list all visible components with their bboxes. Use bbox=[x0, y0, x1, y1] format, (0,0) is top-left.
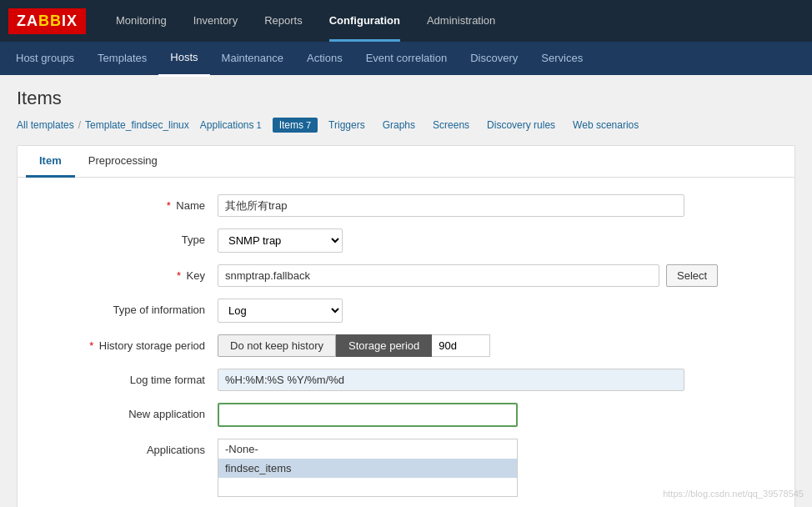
page-title: Items bbox=[17, 88, 795, 109]
subnav-actions[interactable]: Actions bbox=[295, 42, 354, 75]
storage-period-button[interactable]: Storage period bbox=[336, 334, 432, 357]
subnav-hosts[interactable]: Hosts bbox=[158, 41, 209, 77]
do-not-keep-history-button[interactable]: Do not keep history bbox=[218, 334, 336, 357]
subnav-services[interactable]: Services bbox=[529, 42, 594, 75]
nav-reports[interactable]: Reports bbox=[251, 0, 316, 42]
breadcrumb-tab-triggers[interactable]: Triggers bbox=[322, 118, 372, 133]
page-content: Items All templates / Template_findsec_l… bbox=[0, 75, 812, 507]
form-body: * Name Type SNMP trap bbox=[18, 178, 794, 507]
watermark: https://blog.csdn.net/qq_39578545 bbox=[663, 489, 804, 499]
key-input[interactable] bbox=[218, 264, 659, 287]
subnav-hostgroups[interactable]: Host groups bbox=[4, 42, 86, 75]
newapp-label: New application bbox=[43, 403, 218, 420]
name-input[interactable] bbox=[218, 194, 684, 217]
applications-label: Applications bbox=[43, 439, 218, 456]
form-card: Item Preprocessing * Name Type bbox=[17, 145, 795, 507]
sub-navigation: Host groups Templates Hosts Maintenance … bbox=[0, 42, 812, 75]
nav-monitoring[interactable]: Monitoring bbox=[103, 0, 180, 42]
top-nav-items: Monitoring Inventory Reports Configurati… bbox=[103, 0, 509, 42]
storage-value-input[interactable] bbox=[432, 334, 490, 357]
key-field: Select bbox=[218, 264, 769, 287]
breadcrumb-tab-graphs[interactable]: Graphs bbox=[376, 118, 422, 133]
select-button[interactable]: Select bbox=[666, 264, 718, 287]
breadcrumb-tab-discovery[interactable]: Discovery rules bbox=[480, 118, 562, 133]
form-tabs: Item Preprocessing bbox=[18, 146, 794, 178]
typeinfo-field: Log bbox=[218, 299, 769, 323]
applications-list[interactable]: -None- findsec_items bbox=[218, 439, 518, 497]
breadcrumb-tab-applications[interactable]: Applications1 bbox=[193, 118, 268, 133]
type-row: Type SNMP trap bbox=[43, 228, 769, 253]
newapp-field bbox=[218, 403, 769, 427]
nav-inventory[interactable]: Inventory bbox=[180, 0, 251, 42]
top-navigation: ZABBIX Monitoring Inventory Reports Conf… bbox=[0, 0, 812, 42]
logformat-label: Log time format bbox=[43, 369, 218, 386]
type-label: Type bbox=[43, 228, 218, 246]
breadcrumb-tab-screens[interactable]: Screens bbox=[426, 118, 476, 133]
history-label: * History storage period bbox=[43, 334, 218, 352]
typeinfo-select[interactable]: Log bbox=[218, 299, 343, 323]
app-list-item-none[interactable]: -None- bbox=[218, 439, 517, 459]
breadcrumb: All templates / Template_findsec_linux A… bbox=[17, 118, 795, 133]
newapp-row: New application bbox=[43, 403, 769, 427]
logformat-row: Log time format bbox=[43, 369, 769, 391]
subnav-maintenance[interactable]: Maintenance bbox=[210, 42, 295, 75]
newapp-input[interactable] bbox=[218, 403, 518, 427]
typeinfo-row: Type of information Log bbox=[43, 299, 769, 323]
logformat-field bbox=[218, 369, 769, 391]
name-field bbox=[218, 194, 769, 217]
tab-item[interactable]: Item bbox=[26, 146, 75, 178]
tab-preprocessing[interactable]: Preprocessing bbox=[75, 146, 171, 178]
name-label: * Name bbox=[43, 194, 218, 212]
key-row: * Key Select bbox=[43, 264, 769, 287]
app-list-item-findsec[interactable]: findsec_items bbox=[218, 459, 517, 478]
breadcrumb-all-templates[interactable]: All templates bbox=[17, 119, 74, 131]
name-row: * Name bbox=[43, 194, 769, 217]
type-select[interactable]: SNMP trap bbox=[218, 228, 343, 253]
logformat-input[interactable] bbox=[218, 369, 684, 391]
breadcrumb-tab-items[interactable]: Items7 bbox=[273, 118, 318, 133]
key-label: * Key bbox=[43, 264, 218, 282]
breadcrumb-sep-1: / bbox=[78, 119, 81, 131]
type-field: SNMP trap bbox=[218, 228, 769, 253]
nav-configuration[interactable]: Configuration bbox=[316, 0, 414, 42]
subnav-eventcorr[interactable]: Event correlation bbox=[354, 42, 459, 75]
subnav-templates[interactable]: Templates bbox=[86, 42, 158, 75]
history-field: Do not keep history Storage period bbox=[218, 334, 769, 357]
typeinfo-label: Type of information bbox=[43, 299, 218, 316]
storage-group: Do not keep history Storage period bbox=[218, 334, 490, 357]
subnav-discovery[interactable]: Discovery bbox=[459, 42, 529, 75]
history-row: * History storage period Do not keep his… bbox=[43, 334, 769, 357]
nav-administration[interactable]: Administration bbox=[414, 0, 509, 42]
logo: ZABBIX bbox=[8, 8, 86, 34]
breadcrumb-tab-webscenarios[interactable]: Web scenarios bbox=[566, 118, 645, 133]
applications-row: Applications -None- findsec_items bbox=[43, 439, 769, 497]
breadcrumb-template[interactable]: Template_findsec_linux bbox=[85, 119, 189, 131]
